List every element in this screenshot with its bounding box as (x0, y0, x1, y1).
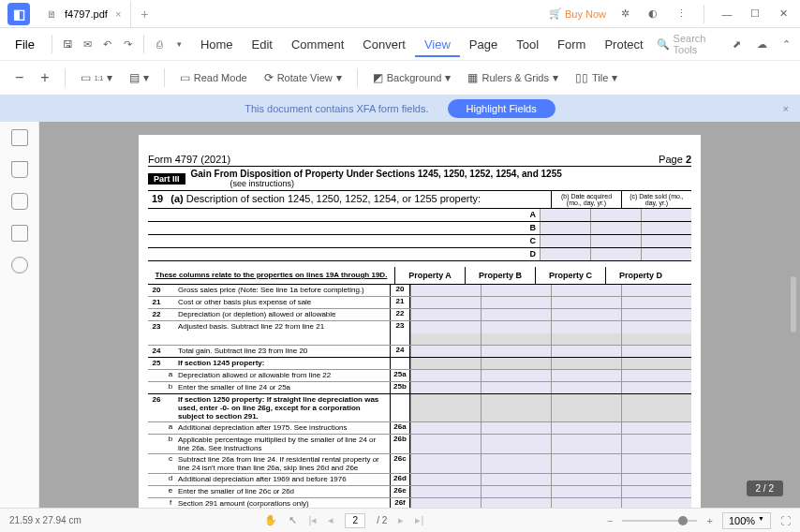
last-page-button[interactable]: ▸| (415, 514, 423, 526)
field-26a-3[interactable] (621, 422, 691, 434)
close-button[interactable]: ✕ (774, 7, 793, 20)
mail-icon[interactable]: ✉ (80, 35, 96, 53)
field-date-acq-D[interactable] (590, 248, 641, 260)
menu-comment[interactable]: Comment (282, 34, 353, 55)
open-external-icon[interactable]: ⬈ (729, 35, 745, 53)
thumbnails-icon[interactable] (11, 129, 28, 146)
field-26e-1[interactable] (481, 486, 551, 497)
field-21-3[interactable] (621, 297, 691, 308)
field-26d-3[interactable] (621, 474, 691, 485)
field-21-2[interactable] (551, 297, 621, 308)
field-23-3[interactable] (621, 321, 691, 333)
field-26c-0[interactable] (410, 454, 481, 473)
field-date-acq-C[interactable] (590, 235, 641, 247)
field-26c-1[interactable] (481, 454, 551, 473)
zoom-out-button[interactable]: − (9, 66, 29, 90)
maximize-button[interactable]: ☐ (746, 7, 764, 20)
field-26f-2[interactable] (551, 498, 621, 508)
more-icon[interactable]: ⋮ (672, 7, 690, 20)
new-tab-button[interactable]: + (131, 7, 157, 22)
field-date-sold-B[interactable] (641, 222, 691, 234)
hand-tool-icon[interactable]: ✋ (264, 514, 277, 526)
rotate-view-button[interactable]: ⟳ Rotate View ▾ (259, 67, 348, 88)
search-tools[interactable]: 🔍 Search Tools (657, 33, 720, 55)
field-21-0[interactable] (410, 297, 481, 308)
menu-form[interactable]: Form (548, 34, 595, 55)
field-23-1[interactable] (481, 321, 551, 333)
field-26c-2[interactable] (551, 454, 621, 473)
field-date-acq-A[interactable] (590, 209, 641, 221)
file-menu[interactable]: File (6, 34, 44, 55)
attachments-icon[interactable] (11, 225, 28, 242)
field-26b-1[interactable] (481, 435, 551, 453)
cloud-icon[interactable]: ☁ (754, 35, 770, 53)
collapse-ribbon-icon[interactable]: ⌃ (778, 35, 794, 53)
zoom-in-button[interactable]: + (35, 66, 54, 90)
field-22-3[interactable] (621, 309, 691, 320)
highlight-fields-button[interactable]: Highlight Fields (448, 99, 556, 118)
field-date-sold-D[interactable] (641, 248, 691, 260)
menu-convert[interactable]: Convert (353, 34, 415, 55)
field-25a-2[interactable] (551, 370, 621, 381)
field-26b-3[interactable] (621, 435, 691, 453)
field-26d-1[interactable] (481, 474, 551, 485)
field-26f-3[interactable] (621, 498, 691, 508)
fit-screen-icon[interactable]: ⛶ (780, 515, 791, 526)
field-24-1[interactable] (481, 346, 551, 357)
print-icon[interactable]: ⎙ (151, 35, 167, 53)
menu-tool[interactable]: Tool (507, 34, 548, 55)
field-25b-0[interactable] (410, 382, 481, 393)
close-banner-icon[interactable]: × (783, 103, 789, 114)
field-24-2[interactable] (551, 346, 621, 357)
field-26f-0[interactable] (410, 498, 481, 508)
comments-icon[interactable] (11, 193, 28, 210)
search-panel-icon[interactable] (11, 257, 28, 273)
menu-view[interactable]: View (415, 34, 460, 57)
zoom-out-status[interactable]: − (607, 515, 613, 526)
user-icon[interactable]: ◐ (644, 7, 662, 20)
field-23-2[interactable] (551, 321, 621, 333)
tile-button[interactable]: ▯▯ Tile ▾ (570, 67, 623, 88)
field-24-0[interactable] (410, 346, 481, 357)
field-25b-1[interactable] (481, 382, 551, 393)
select-tool-icon[interactable]: ↖ (289, 514, 297, 526)
field-26a-2[interactable] (551, 422, 621, 434)
undo-icon[interactable]: ↶ (99, 35, 115, 53)
redo-icon[interactable]: ↷ (119, 35, 135, 53)
field-26d-2[interactable] (551, 474, 621, 485)
field-21-1[interactable] (481, 297, 551, 308)
field-26b-0[interactable] (410, 435, 481, 453)
print-dd-icon[interactable]: ▼ (171, 35, 187, 53)
field-desc-B[interactable] (540, 222, 590, 234)
field-date-sold-C[interactable] (641, 235, 691, 247)
field-22-1[interactable] (481, 309, 551, 320)
notification-icon[interactable]: ✲ (615, 7, 634, 20)
field-25b-2[interactable] (551, 382, 621, 393)
minimize-button[interactable]: — (718, 8, 736, 20)
close-tab-icon[interactable]: × (115, 8, 121, 20)
field-25b-3[interactable] (621, 382, 691, 393)
field-25a-0[interactable] (410, 370, 481, 381)
prev-page-button[interactable]: ◂ (328, 514, 333, 526)
bookmarks-icon[interactable] (11, 161, 28, 178)
field-26e-3[interactable] (621, 486, 691, 497)
first-page-button[interactable]: |◂ (308, 514, 317, 526)
next-page-button[interactable]: ▸ (398, 514, 404, 526)
background-button[interactable]: ◩ Background ▾ (367, 67, 457, 88)
document-tab[interactable]: 🗎 f4797.pdf × (37, 1, 131, 27)
field-20-1[interactable] (481, 285, 551, 296)
zoom-in-status[interactable]: + (706, 515, 712, 526)
menu-protect[interactable]: Protect (595, 34, 652, 55)
document-canvas[interactable]: Form 4797 (2021) Page 2 Part III Gain Fr… (39, 122, 800, 508)
field-24-3[interactable] (621, 346, 691, 357)
field-date-acq-B[interactable] (590, 222, 641, 234)
field-desc-C[interactable] (540, 235, 590, 247)
field-23-0[interactable] (410, 321, 481, 333)
field-26e-2[interactable] (551, 486, 621, 497)
page-layout-button[interactable]: ▤ ▾ (124, 67, 154, 88)
rulers-grids-button[interactable]: ▦ Rulers & Grids ▾ (462, 67, 564, 88)
zoom-level[interactable]: 100%▼ (722, 512, 771, 529)
buy-now-link[interactable]: 🛒 Buy Now (549, 7, 606, 20)
field-desc-A[interactable] (540, 209, 590, 221)
field-desc-D[interactable] (540, 248, 590, 260)
